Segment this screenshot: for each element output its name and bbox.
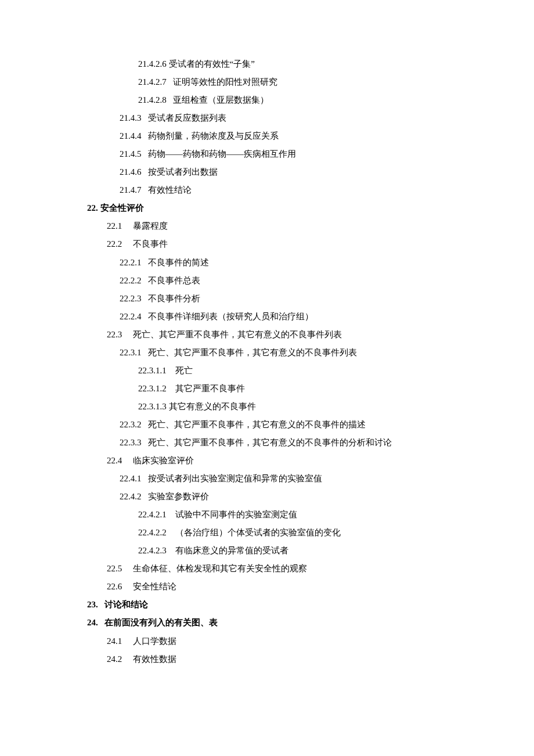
toc-line: 21.4.7 有效性结论	[87, 181, 490, 199]
toc-gap	[142, 438, 148, 447]
toc-title: 受试者的有效性“子集”	[169, 59, 255, 69]
toc-title: 死亡、其它严重不良事件，其它有意义的不良事件列表	[133, 330, 342, 339]
toc-line: 22.4.2 实验室参数评价	[87, 488, 490, 506]
toc-line: 22.4.2.1 试验中不同事件的实验室测定值	[87, 506, 490, 524]
toc-title: 死亡、其它严重不良事件，其它有意义的不良事件列表	[148, 348, 357, 357]
toc-gap	[142, 258, 148, 267]
toc-line: 22.4.1 按受试者列出实验室测定值和异常的实验室值	[87, 470, 490, 488]
toc-title: 不良事件详细列表（按研究人员和治疗组）	[148, 312, 313, 321]
toc-line: 21.4.4 药物剂量，药物浓度及与反应关系	[87, 127, 490, 145]
toc-title: 不良事件总表	[148, 276, 200, 285]
toc-number: 22.1	[107, 217, 122, 235]
toc-gap	[142, 312, 148, 321]
toc-title: 试验中不同事件的实验室测定值	[175, 510, 297, 519]
toc-title: 有效性数据	[133, 654, 176, 664]
document-page: 21.4.2.6 受试者的有效性“子集”21.4.2.7 证明等效性的阳性对照研…	[0, 0, 534, 726]
toc-title: 暴露程度	[133, 221, 168, 231]
toc-gap	[167, 95, 173, 105]
toc-gap	[122, 636, 133, 646]
toc-number: 22.4.2.1	[138, 506, 167, 524]
toc-title: 受试者反应数据列表	[148, 113, 226, 123]
toc-line: 22.5 生命体征、体检发现和其它有关安全性的观察	[87, 560, 490, 578]
toc-number: 22.4.2.3	[138, 542, 167, 560]
toc-line: 23. 讨论和结论	[87, 596, 490, 614]
toc-line: 22.4.2.3 有临床意义的异常值的受试者	[87, 542, 490, 560]
toc-title: 其它有意义的不良事件	[169, 402, 256, 411]
toc-line: 22.2.2 不良事件总表	[87, 272, 490, 290]
toc-number: 23.	[87, 596, 98, 614]
toc-gap	[142, 474, 148, 483]
toc-title: 证明等效性的阳性对照研究	[173, 77, 277, 87]
toc-number: 21.4.5	[120, 145, 142, 163]
toc-title: 药物剂量，药物浓度及与反应关系	[148, 131, 279, 141]
toc-line: 21.4.2.6 受试者的有效性“子集”	[87, 55, 490, 73]
toc-gap	[122, 564, 133, 573]
toc-line: 22.4 临床实验室评价	[87, 452, 490, 470]
toc-number: 22.2.1	[120, 254, 142, 272]
toc-title: 死亡、其它严重不良事件，其它有意义的不良事件的分析和讨论	[148, 438, 392, 447]
toc-number: 24.	[87, 614, 98, 632]
toc-line: 22.2.1 不良事件的简述	[87, 254, 490, 272]
toc-gap	[167, 546, 175, 555]
toc-line: 22.2 不良事件	[87, 235, 490, 253]
toc-line: 22.2.4 不良事件详细列表（按研究人员和治疗组）	[87, 308, 490, 326]
toc-number: 22.4.2.2	[138, 524, 167, 542]
toc-title: 死亡	[175, 366, 193, 375]
toc-title: 有效性结论	[148, 185, 192, 195]
toc-line: 22.2.3 不良事件分析	[87, 290, 490, 308]
toc-title: 不良事件	[133, 239, 168, 249]
toc-number: 21.4.2.8	[138, 91, 167, 109]
toc-gap	[167, 384, 175, 393]
toc-line: 22.3.1.2 其它严重不良事件	[87, 380, 490, 398]
toc-gap	[98, 600, 104, 609]
toc-title: 其它严重不良事件	[175, 384, 245, 393]
toc-number: 22.3.1.2	[138, 380, 167, 398]
toc-title: 有临床意义的异常值的受试者	[175, 546, 288, 555]
toc-number: 22.2	[107, 235, 122, 253]
toc-title: （各治疗组）个体受试者的实验室值的变化	[175, 528, 341, 537]
toc-gap	[142, 131, 148, 141]
toc-title: 亚组检查（亚层数据集）	[173, 95, 269, 105]
toc-line: 24.2 有效性数据	[87, 650, 490, 668]
toc-line: 22.3.2 死亡、其它严重不良事件，其它有意义的不良事件的描述	[87, 416, 490, 434]
toc-number: 24.1	[107, 632, 122, 650]
toc-line: 22. 安全性评价	[87, 199, 490, 217]
toc-line: 21.4.3 受试者反应数据列表	[87, 109, 490, 127]
toc-number: 22.2.4	[120, 308, 142, 326]
toc-line: 22.6 安全性结论	[87, 578, 490, 596]
toc-number: 22.3.2	[120, 416, 142, 434]
toc-line: 22.4.2.2 （各治疗组）个体受试者的实验室值的变化	[87, 524, 490, 542]
toc-number: 21.4.2.7	[138, 73, 167, 91]
toc-number: 22.4	[107, 452, 122, 470]
toc-line: 22.3 死亡、其它严重不良事件，其它有意义的不良事件列表	[87, 326, 490, 344]
toc-title: 生命体征、体检发现和其它有关安全性的观察	[133, 564, 307, 573]
toc-gap	[122, 221, 133, 231]
toc-title: 不良事件分析	[148, 294, 200, 303]
toc-number: 22.6	[107, 578, 122, 596]
toc-title: 临床实验室评价	[133, 456, 194, 465]
toc-gap	[142, 294, 148, 303]
toc-number: 22.2.3	[120, 290, 142, 308]
toc-title: 死亡、其它严重不良事件，其它有意义的不良事件的描述	[148, 420, 366, 429]
toc-number: 21.4.2.6	[138, 55, 167, 73]
toc-line: 21.4.6 按受试者列出数据	[87, 163, 490, 181]
toc-number: 22.4.1	[120, 470, 142, 488]
toc-gap	[167, 510, 175, 519]
toc-gap	[167, 366, 175, 375]
toc-title: 药物——药物和药物——疾病相互作用	[148, 149, 296, 159]
toc-title: 讨论和结论	[104, 600, 148, 609]
toc-title: 人口学数据	[133, 636, 176, 646]
toc-gap	[122, 582, 133, 591]
toc-gap	[98, 618, 104, 627]
toc-title: 安全性结论	[133, 582, 176, 591]
toc-line: 22.3.1.3 其它有意义的不良事件	[87, 398, 490, 416]
toc-line: 24.1 人口学数据	[87, 632, 490, 650]
toc-gap	[122, 330, 133, 339]
toc-title: 安全性评价	[100, 203, 144, 213]
toc-number: 21.4.3	[120, 109, 142, 127]
toc-gap	[122, 456, 133, 465]
toc-gap	[122, 239, 133, 249]
toc-gap	[142, 185, 148, 195]
toc-title: 按受试者列出实验室测定值和异常的实验室值	[148, 474, 322, 483]
toc-gap	[122, 654, 133, 664]
